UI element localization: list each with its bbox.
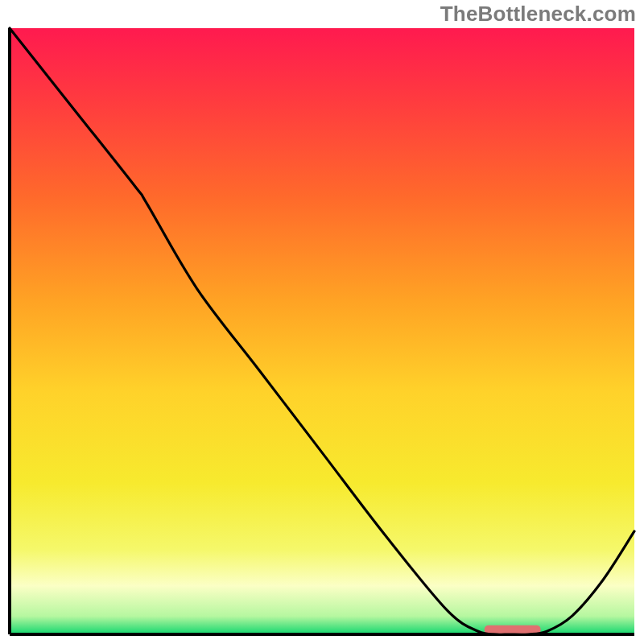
chart-frame: TheBottleneck.com <box>0 0 644 644</box>
bottleneck-chart <box>0 0 644 644</box>
chart-background <box>10 28 634 634</box>
